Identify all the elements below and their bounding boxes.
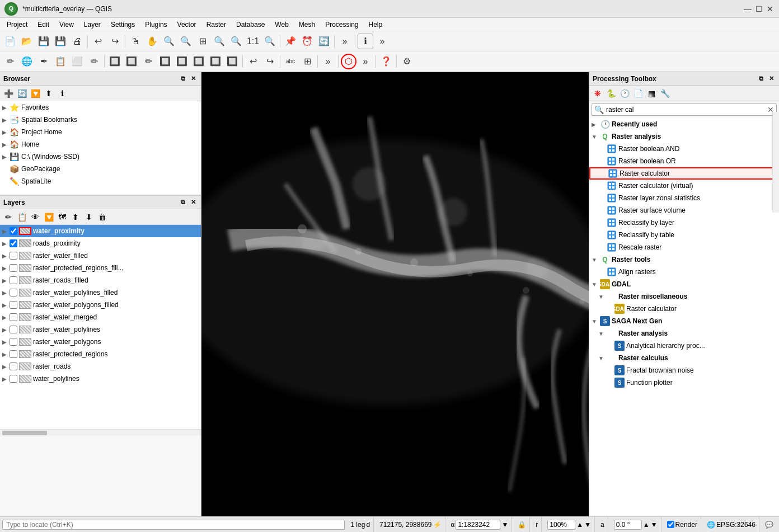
toolbox-in-place-btn[interactable]: ▦ (645, 87, 658, 100)
tree-raster-analysis[interactable]: ▼ Q Raster analysis (589, 130, 779, 143)
zoom-selection-btn[interactable]: 🔍 (228, 34, 244, 49)
layer-water-proximity[interactable]: ▶ water_proximity (0, 225, 201, 237)
status-crs[interactable]: 🌐 EPSG:32646 (703, 517, 759, 532)
rwp-checkbox[interactable] (10, 326, 17, 333)
zoom-native-btn[interactable]: 1:1 (245, 34, 261, 49)
browser-refresh-btn[interactable]: 🔄 (16, 87, 28, 100)
layers-close-btn[interactable]: ✕ (189, 198, 198, 207)
move-up-btn[interactable]: ⬆ (69, 211, 82, 223)
layers-float-btn[interactable]: ⧉ (179, 198, 187, 207)
more2-btn[interactable]: » (374, 34, 390, 49)
info-btn[interactable]: ℹ (358, 34, 373, 49)
locate-input[interactable] (2, 520, 345, 530)
pan-btn[interactable]: ✋ (144, 34, 160, 49)
toolbox-search-input[interactable] (606, 106, 767, 114)
remove-layer-btn[interactable]: 🗑 (96, 211, 109, 223)
zoom-last-btn[interactable]: 🔍 (262, 34, 278, 49)
tree-recently-used[interactable]: ▶ 🕐 Recently used (589, 118, 779, 130)
toolbox-settings-btn[interactable]: 🔧 (659, 87, 671, 100)
box2-btn[interactable]: 🔲 (174, 54, 190, 69)
tree-saga[interactable]: ▼ S SAGA Next Gen (589, 315, 779, 327)
snap2-btn[interactable]: 🔲 (124, 54, 139, 69)
toolbox-close-btn[interactable]: ✕ (767, 74, 776, 83)
tree-reclassify-by-table[interactable]: ▶ Reclassify by table (589, 229, 779, 241)
zoom-in-btn[interactable]: 🔍 (161, 34, 177, 49)
tree-saga-raster-analysis[interactable]: ▼ - Raster analysis (589, 327, 779, 340)
box4-btn[interactable]: 🔲 (208, 54, 223, 69)
layer-raster-water-merged[interactable]: ▶ raster_water_merged (0, 311, 201, 323)
move-down-btn[interactable]: ⬇ (83, 211, 95, 223)
tree-raster-zonal-stats[interactable]: ▶ Raster layer zonal statistics (589, 192, 779, 204)
menu-database[interactable]: Database (232, 20, 269, 30)
toolbox-python-btn[interactable]: 🐍 (605, 87, 617, 100)
tree-gdal[interactable]: ▼ GDAL GDAL (589, 278, 779, 290)
toolbox-results-btn[interactable]: 📄 (632, 87, 644, 100)
title-bar-controls[interactable]: — ☐ ✕ (743, 4, 775, 13)
browser-add-btn[interactable]: ➕ (2, 87, 15, 100)
edit2-btn[interactable]: ✏ (86, 54, 102, 69)
layer-raster-water-filled[interactable]: ▶ raster_water_filled (0, 249, 201, 262)
tree-raster-surface-volume[interactable]: ▶ Raster surface volume (589, 204, 779, 216)
browser-item-project-home[interactable]: ▶ 🏠 Project Home (0, 126, 201, 138)
more3-btn[interactable]: » (320, 54, 336, 69)
new-project-btn[interactable]: 📄 (2, 34, 18, 49)
tree-raster-misc[interactable]: ▼ - Raster miscellaneous (589, 290, 779, 303)
tree-saga-raster-calculus[interactable]: ▼ - Raster calculus (589, 352, 779, 364)
browser-header-controls[interactable]: ⧉ ✕ (179, 74, 198, 83)
tree-rescale-raster[interactable]: ▶ Rescale raster (589, 241, 779, 253)
roads-proximity-checkbox[interactable] (10, 239, 17, 247)
rpr-checkbox[interactable] (10, 350, 17, 358)
layer-raster-water-polylines[interactable]: ▶ raster_water_polylines (0, 323, 201, 336)
menu-processing[interactable]: Processing (321, 20, 363, 30)
tree-align-rasters[interactable]: ▶ Align rasters (589, 266, 779, 278)
layer-raster-roads[interactable]: ▶ raster_roads (0, 360, 201, 373)
tree-raster-boolean-or[interactable]: ▶ Raster boolean OR (589, 155, 779, 167)
menu-layer[interactable]: Layer (79, 20, 105, 30)
menu-raster[interactable]: Raster (202, 20, 231, 30)
rwpg-checkbox[interactable] (10, 338, 17, 346)
grid-btn[interactable]: ⬜ (69, 54, 85, 69)
save-as-btn[interactable]: 💾 (53, 34, 68, 49)
menu-project[interactable]: Project (2, 20, 32, 30)
print-btn[interactable]: 🖨 (69, 34, 85, 49)
filter-layers-btn[interactable]: 🔽 (43, 211, 55, 223)
layer-raster-roads-filled[interactable]: ▶ raster_roads_filled (0, 274, 201, 286)
layer-raster-protected-regions[interactable]: ▶ raster_protected_regions (0, 348, 201, 360)
browser-close-btn[interactable]: ✕ (189, 74, 198, 83)
filter-by-map-btn[interactable]: 🗺 (56, 211, 68, 223)
scale-dropdown-btn[interactable]: ▼ (501, 521, 508, 529)
wp-checkbox[interactable] (10, 375, 17, 383)
menu-view[interactable]: View (55, 20, 78, 30)
menu-edit[interactable]: Edit (33, 20, 54, 30)
zoom-layer-btn[interactable]: 🔍 (212, 34, 227, 49)
rr-checkbox[interactable] (10, 362, 17, 370)
snap-btn[interactable]: 🔲 (107, 54, 123, 69)
manage-filter-btn[interactable]: 👁 (29, 211, 41, 223)
tree-raster-tools[interactable]: ▼ Q Raster tools (589, 253, 779, 266)
browser-item-favorites[interactable]: ▶ ⭐ Favorites (0, 101, 201, 114)
box5-btn[interactable]: 🔲 (224, 54, 240, 69)
map-area[interactable] (201, 72, 589, 516)
browser-scrollbar[interactable] (772, 112, 779, 213)
rwpgf-checkbox[interactable] (10, 301, 17, 309)
octa-btn[interactable]: ⬡ (341, 54, 356, 69)
rotation-input[interactable] (614, 520, 642, 530)
browser-filter-btn[interactable]: 🔽 (29, 87, 41, 100)
edit3-btn[interactable]: ✏ (140, 54, 156, 69)
tree-fractal-brownian-noise[interactable]: ▶ S Fractal brownian noise (589, 364, 779, 376)
tree-raster-boolean-and[interactable]: ▶ Raster boolean AND (589, 143, 779, 155)
browser-item-windows-ssd[interactable]: ▶ 💾 C:\ (Windows-SSD) (0, 150, 201, 163)
rwpf-checkbox[interactable] (10, 289, 17, 296)
annotate-btn[interactable]: ⊞ (299, 54, 315, 69)
render-checkbox[interactable] (667, 521, 674, 528)
menu-settings[interactable]: Settings (106, 20, 139, 30)
tree-reclassify-by-layer[interactable]: ▶ Reclassify by layer (589, 216, 779, 229)
tree-raster-calculator[interactable]: ▶ Raster calculator (589, 167, 779, 180)
redo-btn[interactable]: ↪ (107, 34, 123, 49)
zoom-out-btn[interactable]: 🔍 (178, 34, 194, 49)
feather-btn[interactable]: ✒ (36, 54, 51, 69)
rot-down-btn[interactable]: ▼ (651, 521, 658, 529)
layer-water-polylines[interactable]: ▶ water_polylines (0, 373, 201, 385)
tree-gdal-raster-calc[interactable]: ▶ GDAL Raster calculator (589, 303, 779, 315)
globe-btn[interactable]: 🌐 (19, 54, 35, 69)
